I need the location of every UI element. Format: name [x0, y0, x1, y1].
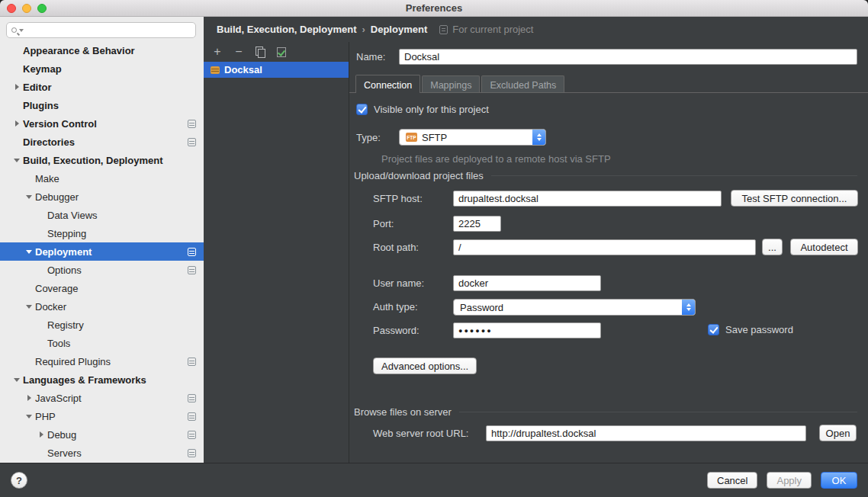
sidebar-item-data-views[interactable]: Data Views [0, 206, 204, 224]
sidebar-item-coverage[interactable]: Coverage [0, 279, 204, 297]
sidebar-item-label: Make [35, 173, 59, 184]
search-input[interactable] [26, 25, 191, 36]
advanced-options-button[interactable]: Advanced options... [373, 358, 477, 374]
auth-type-select[interactable]: Password [453, 299, 696, 316]
chevron-collapsed-icon[interactable] [35, 431, 47, 438]
chevron-expanded-icon[interactable] [23, 250, 35, 254]
type-select[interactable]: FTP SFTP [399, 129, 546, 146]
password-label: Password: [373, 325, 420, 336]
sidebar-item-debugger[interactable]: Debugger [0, 188, 204, 206]
sidebar-item-required-plugins[interactable]: Required Plugins [0, 352, 204, 370]
sidebar-item-options[interactable]: Options [0, 261, 204, 279]
sidebar-item-appearance-behavior[interactable]: Appearance & Behavior [0, 41, 204, 59]
servers-panel: Docksal [204, 42, 349, 463]
sidebar-item-directories[interactable]: Directories [0, 133, 204, 151]
chevron-collapsed-icon[interactable] [11, 84, 23, 90]
web-root-label: Web server root URL: [373, 428, 468, 439]
chevron-collapsed-icon[interactable] [23, 395, 35, 401]
sidebar-item-label: Deployment [35, 246, 92, 258]
sftp-host-field[interactable] [453, 191, 722, 207]
context-scope: For current project [439, 24, 533, 35]
sidebar-item-label: JavaScript [35, 393, 82, 404]
browse-section-header: Browse files on server [354, 406, 857, 418]
sidebar-item-label: Registry [47, 319, 84, 331]
cancel-button[interactable]: Cancel [707, 472, 757, 489]
type-label: Type: [356, 132, 381, 143]
separator-line [491, 175, 857, 176]
autodetect-button[interactable]: Autodetect [790, 239, 858, 255]
sidebar-item-version-control[interactable]: Version Control [0, 114, 204, 133]
auth-type-label: Auth type: [373, 301, 418, 313]
settings-search-box[interactable] [6, 22, 196, 38]
copy-server-button[interactable] [255, 46, 265, 57]
upload-section-header: Upload/download project files [354, 170, 857, 181]
help-button[interactable]: ? [11, 472, 27, 489]
sidebar-item-registry[interactable]: Registry [0, 316, 204, 334]
sidebar-item-editor[interactable]: Editor [0, 78, 204, 96]
web-root-field[interactable] [486, 425, 806, 441]
sftp-icon: FTP [406, 133, 417, 142]
chevron-expanded-icon[interactable] [11, 159, 23, 162]
apply-button[interactable]: Apply [767, 472, 812, 489]
remove-server-button[interactable] [233, 46, 244, 57]
tab-mappings[interactable]: Mappings [422, 75, 480, 92]
search-icon [11, 27, 17, 33]
sidebar-item-servers[interactable]: Servers [0, 444, 204, 462]
open-button[interactable]: Open [819, 425, 857, 441]
use-as-default-button[interactable] [276, 46, 287, 57]
chevron-expanded-icon[interactable] [11, 378, 23, 382]
servers-toolbar [204, 42, 349, 62]
test-sftp-connection-button[interactable]: Test SFTP connection... [731, 190, 858, 207]
auth-type-value: Password [460, 302, 503, 313]
checkbox-checked-icon[interactable] [708, 324, 719, 335]
project-setting-icon [188, 449, 196, 457]
password-field[interactable] [453, 322, 601, 338]
search-options-caret-icon[interactable] [19, 29, 24, 32]
chevron-expanded-icon[interactable] [23, 195, 35, 199]
ok-button[interactable]: OK [821, 472, 857, 489]
sidebar-item-label: Data Views [47, 210, 98, 221]
user-name-field[interactable] [453, 275, 601, 291]
sidebar-item-debug[interactable]: Debug [0, 425, 204, 444]
visible-only-label: Visible only for this project [374, 104, 489, 115]
separator-line [459, 412, 857, 412]
breadcrumb-parent[interactable]: Build, Execution, Deployment [217, 24, 356, 35]
sidebar-item-docker[interactable]: Docker [0, 297, 204, 316]
sidebar-item-languages-frameworks[interactable]: Languages & Frameworks [0, 370, 204, 389]
sidebar-item-make[interactable]: Make [0, 169, 204, 188]
sidebar-item-stepping[interactable]: Stepping [0, 224, 204, 242]
add-server-button[interactable] [212, 46, 223, 57]
sidebar-item-keymap[interactable]: Keymap [0, 59, 204, 78]
root-path-field[interactable] [453, 239, 756, 255]
sidebar-item-tools[interactable]: Tools [0, 334, 204, 352]
sidebar-item-label: Servers [47, 447, 82, 459]
server-list-item[interactable]: Docksal [204, 62, 349, 78]
chevron-expanded-icon[interactable] [23, 305, 35, 309]
sidebar-item-label: PHP [35, 411, 56, 422]
tab-connection[interactable]: Connection [355, 75, 420, 93]
visible-only-checkbox-row[interactable]: Visible only for this project [356, 104, 489, 115]
sidebar-item-deployment[interactable]: Deployment [0, 242, 204, 261]
save-password-checkbox-row[interactable]: Save password [708, 324, 793, 335]
sidebar-item-php[interactable]: PHP [0, 407, 204, 425]
sidebar-item-javascript[interactable]: JavaScript [0, 389, 204, 407]
browse-root-path-button[interactable]: ... [762, 239, 783, 255]
checkbox-checked-icon[interactable] [356, 104, 368, 115]
sidebar-item-label: Languages & Frameworks [23, 374, 146, 386]
project-setting-icon [188, 120, 196, 128]
root-path-label: Root path: [373, 242, 419, 253]
sidebar-item-plugins[interactable]: Plugins [0, 96, 204, 114]
sidebar-item-label: Stepping [47, 228, 86, 239]
sftp-host-label: SFTP host: [373, 193, 423, 204]
port-field[interactable] [453, 216, 501, 232]
chevron-expanded-icon[interactable] [23, 415, 35, 418]
sidebar-item-label: Debugger [35, 191, 79, 203]
chevron-collapsed-icon[interactable] [11, 120, 23, 127]
tab-excluded-paths[interactable]: Excluded Paths [481, 75, 564, 92]
breadcrumb-current: Deployment [371, 24, 427, 35]
name-field[interactable] [399, 49, 857, 65]
project-setting-icon [188, 358, 196, 366]
combo-stepper-icon [682, 300, 695, 315]
sidebar-item-label: Docker [35, 301, 66, 313]
sidebar-item-build-execution-deployment[interactable]: Build, Execution, Deployment [0, 151, 204, 169]
